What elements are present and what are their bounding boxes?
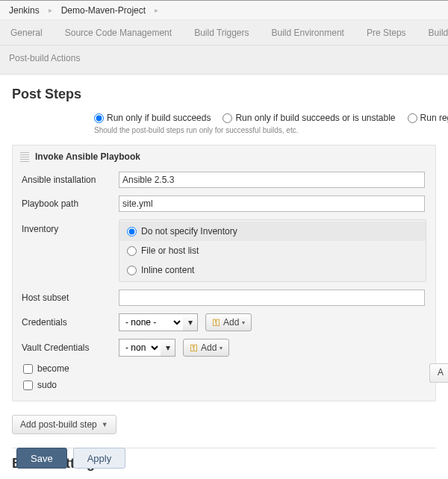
label-vault-credentials: Vault Credentials [22,342,111,353]
playbook-path-input[interactable] [119,195,425,212]
radio-run-unstable-label: Run only if build succeeds or is unstabl… [235,113,395,123]
sudo-checkbox-row[interactable]: sudo [13,377,435,393]
drag-handle-icon[interactable] [20,151,29,162]
tab-build[interactable]: Build [424,22,448,45]
become-checkbox-row[interactable]: become [13,360,435,377]
label-playbook-path: Playbook path [22,198,111,209]
breadcrumb: Jenkins ▸ Demo-Maven-Project ▸ [0,1,448,20]
inventory-radio-inline[interactable] [127,266,137,275]
section-title: Post Steps [12,87,436,102]
vault-credentials-select-input[interactable]: - none - [119,339,161,357]
radio-run-succeeds-input[interactable] [94,113,104,123]
crumb-project[interactable]: Demo-Maven-Project [61,5,146,16]
inventory-option-none[interactable]: Do not specify Inventory [119,222,426,241]
radio-run-unstable-input[interactable] [223,113,232,123]
vault-credentials-select[interactable]: - none - ▾ [119,339,175,357]
chevron-down-icon[interactable]: ▾ [183,313,198,331]
tab-post-build-actions[interactable]: Post-build Actions [6,50,83,66]
add-post-build-step-label: Add post-build step [20,419,97,430]
chevron-right-icon: ▸ [155,6,158,14]
tab-env[interactable]: Build Environment [267,22,349,45]
save-button[interactable]: Save [16,448,67,469]
radio-run-regardless[interactable]: Run regardless of bu [408,113,448,123]
radio-run-regardless-input[interactable] [408,113,417,123]
inventory-radio-file[interactable] [127,246,137,256]
run-condition-hint: Should the post-build steps run only for… [94,126,436,134]
radio-run-regardless-label: Run regardless of bu [420,113,448,123]
credentials-add-label: Add [223,317,239,328]
become-label: become [37,363,69,374]
label-ansible-installation: Ansible installation [22,175,111,185]
step-title: Invoke Ansible Playbook [35,151,140,162]
label-inventory: Inventory [22,219,111,234]
tab-triggers[interactable]: Build Triggers [190,22,253,45]
inventory-radio-none[interactable] [127,227,137,237]
become-checkbox[interactable] [23,364,33,374]
key-icon: ⚿ [190,343,198,352]
tab-pre-steps[interactable]: Pre Steps [362,22,411,45]
key-icon: ⚿ [212,318,220,327]
step-box: Invoke Ansible Playbook Ansible installa… [12,145,436,401]
vault-credentials-add-button[interactable]: ⚿ Add ▾ [183,339,229,357]
chevron-right-icon: ▸ [49,6,52,14]
chevron-down-icon: ▾ [220,345,223,351]
step-header[interactable]: Invoke Ansible Playbook [13,145,435,168]
inventory-option-none-label: Do not specify Inventory [141,226,237,237]
inventory-option-inline-label: Inline content [141,265,194,275]
vault-credentials-add-label: Add [201,342,217,353]
radio-run-succeeds[interactable]: Run only if build succeeds [94,113,211,123]
label-credentials: Credentials [22,317,111,328]
credentials-add-button[interactable]: ⚿ Add ▾ [205,313,252,331]
credentials-select-input[interactable]: - none - [119,313,183,331]
tab-general[interactable]: General [6,22,47,45]
run-condition-row: Run only if build succeeds Run only if b… [94,113,436,123]
save-bar: Save Apply [16,448,125,469]
radio-run-unstable[interactable]: Run only if build succeeds or is unstabl… [223,113,395,123]
chevron-down-icon: ▼ [102,421,108,428]
chevron-down-icon[interactable]: ▾ [161,339,175,357]
ansible-installation-input[interactable] [119,172,425,188]
inventory-box: Do not specify Inventory File or host li… [119,219,426,282]
sudo-label: sudo [37,380,57,390]
apply-button[interactable]: Apply [73,448,126,469]
host-subset-input[interactable] [119,289,425,306]
radio-run-succeeds-label: Run only if build succeeds [107,113,211,123]
crumb-jenkins[interactable]: Jenkins [9,5,40,16]
credentials-select[interactable]: - none - ▾ [119,313,198,331]
inventory-option-file[interactable]: File or host list [119,241,426,260]
sudo-checkbox[interactable] [23,381,33,390]
tab-bar-row2: Post-build Actions [0,46,448,75]
tab-bar: General Source Code Management Build Tri… [0,20,448,46]
advanced-side-button[interactable]: A [429,363,448,383]
tab-scm[interactable]: Source Code Management [60,22,176,45]
label-host-subset: Host subset [22,292,111,303]
inventory-option-file-label: File or host list [141,245,199,256]
add-post-build-step-button[interactable]: Add post-build step ▼ [12,415,116,434]
chevron-down-icon: ▾ [242,319,245,326]
inventory-option-inline[interactable]: Inline content [119,260,426,280]
